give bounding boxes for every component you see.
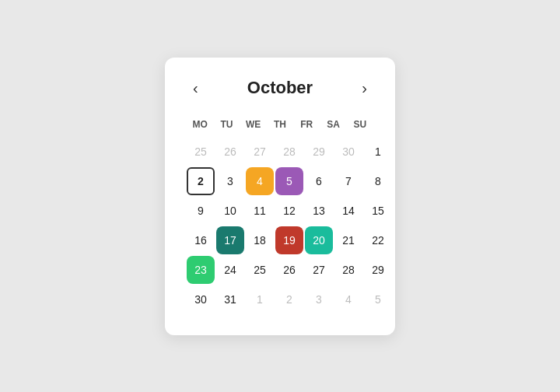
day-cell[interactable]: 6 (305, 167, 333, 195)
day-cell[interactable]: 28 (334, 256, 362, 284)
day-cell[interactable]: 28 (275, 138, 303, 166)
weekday-label: WE (240, 116, 267, 133)
day-cell[interactable]: 4 (334, 285, 362, 313)
day-cell[interactable]: 5 (275, 167, 303, 195)
weekday-label: MO (187, 116, 213, 133)
day-cell[interactable]: 9 (187, 197, 215, 225)
weekday-label: FR (293, 116, 320, 133)
day-cell[interactable]: 10 (216, 197, 244, 225)
day-cell[interactable]: 22 (364, 226, 392, 254)
day-cell[interactable]: 24 (216, 256, 244, 284)
day-cell[interactable]: 30 (334, 138, 362, 166)
weekday-label: TH (267, 116, 293, 133)
day-cell[interactable]: 29 (305, 138, 333, 166)
month-title: October (247, 78, 313, 98)
day-cell[interactable]: 20 (305, 226, 333, 254)
day-cell[interactable]: 4 (246, 167, 274, 195)
day-cell[interactable]: 19 (275, 226, 303, 254)
day-cell[interactable]: 7 (334, 167, 362, 195)
day-cell[interactable]: 18 (246, 226, 274, 254)
day-cell[interactable]: 5 (364, 285, 392, 313)
days-grid: 2526272829301234567891011121314151617181… (187, 138, 373, 313)
day-cell[interactable]: 26 (275, 256, 303, 284)
day-cell[interactable]: 26 (216, 138, 244, 166)
weekday-label: SA (320, 116, 346, 133)
day-cell[interactable]: 17 (216, 226, 244, 254)
weekdays-row: MOTUWETHFRSASU (187, 116, 373, 133)
day-cell[interactable]: 2 (275, 285, 303, 313)
day-cell[interactable]: 15 (364, 197, 392, 225)
calendar-widget: ‹ October › MOTUWETHFRSASU 2526272829301… (165, 58, 395, 335)
weekday-label: SU (347, 116, 373, 133)
day-cell[interactable]: 14 (334, 197, 362, 225)
day-cell[interactable]: 1 (246, 285, 274, 313)
day-cell[interactable]: 3 (305, 285, 333, 313)
day-cell[interactable]: 30 (187, 285, 215, 313)
day-cell[interactable]: 3 (216, 167, 244, 195)
prev-month-button[interactable]: ‹ (187, 76, 205, 100)
day-cell[interactable]: 16 (187, 226, 215, 254)
day-cell[interactable]: 21 (334, 226, 362, 254)
day-cell[interactable]: 2 (187, 167, 215, 195)
day-cell[interactable]: 8 (364, 167, 392, 195)
day-cell[interactable]: 1 (364, 138, 392, 166)
calendar-header: ‹ October › (187, 76, 373, 100)
next-month-button[interactable]: › (355, 76, 373, 100)
day-cell[interactable]: 23 (187, 256, 215, 284)
day-cell[interactable]: 29 (364, 256, 392, 284)
day-cell[interactable]: 25 (246, 256, 274, 284)
day-cell[interactable]: 12 (275, 197, 303, 225)
day-cell[interactable]: 27 (305, 256, 333, 284)
day-cell[interactable]: 27 (246, 138, 274, 166)
day-cell[interactable]: 25 (187, 138, 215, 166)
day-cell[interactable]: 13 (305, 197, 333, 225)
weekday-label: TU (213, 116, 240, 133)
day-cell[interactable]: 31 (216, 285, 244, 313)
day-cell[interactable]: 11 (246, 197, 274, 225)
